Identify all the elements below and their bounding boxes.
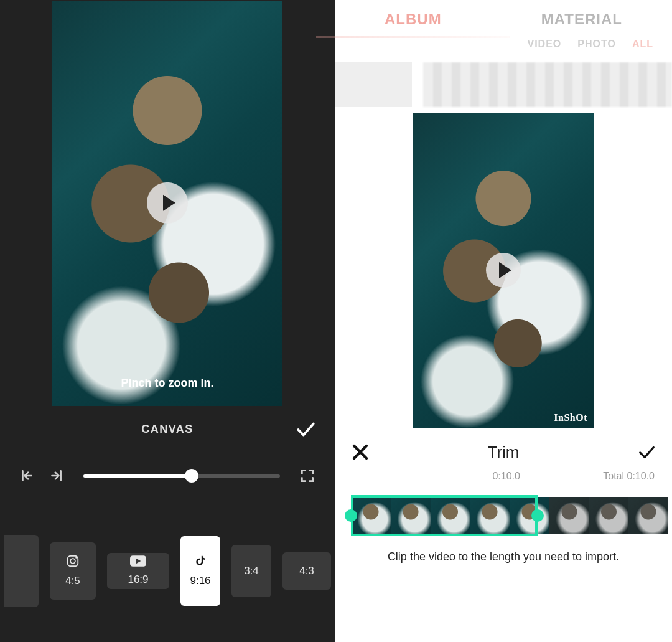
thumbnail-placeholder[interactable] <box>423 62 672 107</box>
confirm-trim-button[interactable] <box>637 443 656 461</box>
align-start-icon <box>19 468 35 484</box>
thumbnail-placeholder[interactable] <box>335 62 412 107</box>
timeline-frame <box>391 497 431 534</box>
instagram-icon <box>66 554 80 571</box>
zoom-control-row <box>0 452 335 499</box>
checkmark-icon <box>295 418 316 440</box>
tab-album[interactable]: ALBUM <box>360 4 467 34</box>
canvas-editor-panel: Pinch to zoom in. CANVAS <box>0 0 335 642</box>
trim-current-time: 0:10.0 <box>492 471 520 489</box>
tab-material[interactable]: MATERIAL <box>516 4 647 34</box>
svg-point-2 <box>75 557 77 559</box>
trim-title: Trim <box>487 443 519 462</box>
tab-label: ALBUM <box>385 11 442 27</box>
align-end-icon <box>48 468 64 484</box>
canvas-section-header: CANVAS <box>0 406 335 452</box>
ratio-option-blank[interactable] <box>4 535 39 607</box>
video-preview[interactable]: Pinch to zoom in. <box>52 1 282 406</box>
trim-timeline[interactable] <box>343 493 668 538</box>
trim-total-time: Total 0:10.0 <box>603 471 655 489</box>
watermark-text: InShOt <box>554 412 587 423</box>
fit-screen-button[interactable] <box>295 463 320 488</box>
ratio-option-3-4[interactable]: 3:4 <box>231 545 271 597</box>
canvas-preview-area: Pinch to zoom in. <box>0 0 335 406</box>
tab-label: MATERIAL <box>541 11 622 27</box>
timeline-frames <box>351 497 668 534</box>
play-icon <box>163 195 175 211</box>
zoom-slider[interactable] <box>83 463 280 488</box>
play-button[interactable] <box>486 253 521 288</box>
svg-point-1 <box>70 559 75 564</box>
media-thumbnail-strip[interactable] <box>335 62 672 107</box>
import-trim-panel: ALBUM MATERIAL VIDEO PHOTO ALL InShOt Tr… <box>335 0 672 642</box>
canvas-title: CANVAS <box>141 423 194 436</box>
aspect-ratio-row[interactable]: 4:5 16:9 9:16 3:4 4:3 <box>0 499 335 642</box>
checkmark-icon <box>637 443 656 461</box>
cancel-trim-button[interactable] <box>351 443 370 461</box>
ratio-label: 3:4 <box>244 565 259 577</box>
tiktok-icon <box>194 554 207 571</box>
ratio-option-4-5[interactable]: 4:5 <box>50 542 96 600</box>
timeline-frame <box>470 497 510 534</box>
fit-screen-icon <box>299 468 315 484</box>
filter-all[interactable]: ALL <box>632 39 653 62</box>
ratio-option-9-16[interactable]: 9:16 <box>180 536 220 606</box>
trim-times: 0:10.0 Total 0:10.0 <box>335 471 672 489</box>
timeline-frame <box>628 497 668 534</box>
confirm-canvas-button[interactable] <box>295 418 316 440</box>
timeline-frame <box>549 497 589 534</box>
trim-handle-end[interactable] <box>531 509 544 522</box>
source-tabs: ALBUM MATERIAL <box>335 0 672 39</box>
trim-handle-start[interactable] <box>345 509 357 522</box>
play-button[interactable] <box>147 182 188 224</box>
slider-fill <box>83 474 192 478</box>
trim-video-preview[interactable]: InShOt <box>413 113 594 428</box>
ratio-label: 9:16 <box>190 575 210 587</box>
ratio-label: 4:3 <box>299 565 314 577</box>
ratio-label: 4:5 <box>65 575 80 587</box>
ratio-option-16-9[interactable]: 16:9 <box>107 553 169 589</box>
align-start-button[interactable] <box>15 463 40 488</box>
trim-hint: Clip the video to the length you need to… <box>335 538 672 564</box>
timeline-frame <box>431 497 470 534</box>
trim-header: Trim <box>335 433 672 471</box>
filter-video[interactable]: VIDEO <box>527 39 561 62</box>
close-icon <box>351 443 370 461</box>
slider-knob[interactable] <box>185 469 198 483</box>
zoom-hint: Pinch to zoom in. <box>52 377 282 390</box>
ratio-label: 16:9 <box>128 574 148 586</box>
trim-preview-area: InShOt <box>335 107 672 431</box>
play-icon <box>499 262 511 278</box>
media-filters: VIDEO PHOTO ALL <box>335 39 672 62</box>
youtube-icon <box>130 555 146 570</box>
align-end-button[interactable] <box>44 463 68 488</box>
timeline-frame <box>589 497 629 534</box>
filter-photo[interactable]: PHOTO <box>577 39 616 62</box>
ratio-option-4-3[interactable]: 4:3 <box>282 552 331 590</box>
